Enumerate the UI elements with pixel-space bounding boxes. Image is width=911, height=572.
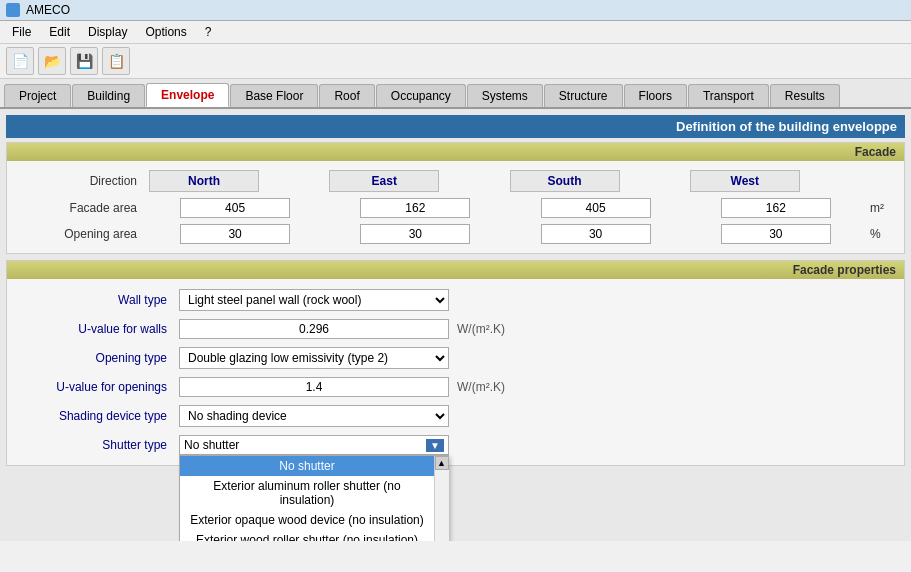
- direction-east: East: [329, 170, 439, 192]
- opening-area-north[interactable]: [180, 224, 290, 244]
- menu-options[interactable]: Options: [137, 23, 194, 41]
- tab-bar: Project Building Envelope Base Floor Roo…: [0, 79, 911, 109]
- opening-area-row: Opening area %: [15, 221, 896, 247]
- tab-project[interactable]: Project: [4, 84, 71, 107]
- toolbar: 📄 📂 💾 📋: [0, 44, 911, 79]
- menu-bar: File Edit Display Options ?: [0, 21, 911, 44]
- menu-file[interactable]: File: [4, 23, 39, 41]
- shutter-label: Shutter type: [15, 431, 175, 459]
- shutter-option-3[interactable]: Exterior wood roller shutter (no insulat…: [180, 530, 434, 541]
- tab-occupancy[interactable]: Occupancy: [376, 84, 466, 107]
- facade-section: Facade Direction North East South West F…: [6, 142, 905, 254]
- facade-props-section: Facade properties Wall type Light steel …: [6, 260, 905, 466]
- shutter-row: Shutter type No shutter ▼ No: [15, 431, 896, 459]
- facade-area-row: Facade area m²: [15, 195, 896, 221]
- shutter-display[interactable]: No shutter ▼: [179, 435, 449, 455]
- facade-area-west[interactable]: [721, 198, 831, 218]
- menu-display[interactable]: Display: [80, 23, 135, 41]
- facade-area-label: Facade area: [15, 195, 145, 221]
- u-walls-label: U-value for walls: [15, 315, 175, 343]
- u-walls-row: U-value for walls W/(m².K): [15, 315, 896, 343]
- facade-section-header: Facade: [855, 145, 896, 159]
- shading-row: Shading device type No shading device: [15, 401, 896, 431]
- direction-row: Direction North East South West: [15, 167, 896, 195]
- open-button[interactable]: 📂: [38, 47, 66, 75]
- facade-section-body: Direction North East South West Facade a…: [7, 161, 904, 253]
- opening-area-west[interactable]: [721, 224, 831, 244]
- facade-area-south[interactable]: [541, 198, 651, 218]
- main-content: Definition of the building enveloppe Fac…: [0, 109, 911, 541]
- page-header: Definition of the building enveloppe: [6, 115, 905, 138]
- shutter-option-2[interactable]: Exterior opaque wood device (no insulati…: [180, 510, 434, 530]
- direction-west: West: [690, 170, 800, 192]
- tab-transport[interactable]: Transport: [688, 84, 769, 107]
- opening-area-south[interactable]: [541, 224, 651, 244]
- wall-type-label: Wall type: [15, 285, 175, 315]
- save-button[interactable]: 💾: [70, 47, 98, 75]
- opening-area-unit: %: [866, 221, 896, 247]
- new-button[interactable]: 📄: [6, 47, 34, 75]
- facade-props-header: Facade properties: [793, 263, 896, 277]
- shading-select[interactable]: No shading device: [179, 405, 449, 427]
- facade-area-unit: m²: [866, 195, 896, 221]
- u-openings-label: U-value for openings: [15, 373, 175, 401]
- tab-basefloor[interactable]: Base Floor: [230, 84, 318, 107]
- tab-floors[interactable]: Floors: [624, 84, 687, 107]
- app-title: AMECO: [26, 3, 70, 17]
- menu-edit[interactable]: Edit: [41, 23, 78, 41]
- u-openings-input[interactable]: [179, 377, 449, 397]
- shutter-dropdown[interactable]: No shutter ▼ No shutter Exterior aluminu…: [179, 435, 449, 455]
- facade-table: Direction North East South West Facade a…: [15, 167, 896, 247]
- opening-area-label: Opening area: [15, 221, 145, 247]
- report-button[interactable]: 📋: [102, 47, 130, 75]
- direction-label: Direction: [15, 167, 145, 195]
- app-icon: [6, 3, 20, 17]
- shutter-option-1[interactable]: Exterior aluminum roller shutter (no ins…: [180, 476, 434, 510]
- u-walls-unit: W/(m².K): [453, 315, 896, 343]
- tab-systems[interactable]: Systems: [467, 84, 543, 107]
- opening-type-select[interactable]: Double glazing low emissivity (type 2): [179, 347, 449, 369]
- shading-label: Shading device type: [15, 401, 175, 431]
- direction-south: South: [510, 170, 620, 192]
- scroll-up-button[interactable]: ▲: [435, 456, 449, 470]
- u-openings-row: U-value for openings W/(m².K): [15, 373, 896, 401]
- scroll-track: [435, 470, 449, 541]
- props-table: Wall type Light steel panel wall (rock w…: [15, 285, 896, 459]
- wall-type-select[interactable]: Light steel panel wall (rock wool): [179, 289, 449, 311]
- opening-area-east[interactable]: [360, 224, 470, 244]
- facade-props-body: Wall type Light steel panel wall (rock w…: [7, 279, 904, 465]
- tab-envelope[interactable]: Envelope: [146, 83, 229, 107]
- wall-type-row: Wall type Light steel panel wall (rock w…: [15, 285, 896, 315]
- shutter-dropdown-list[interactable]: No shutter Exterior aluminum roller shut…: [179, 455, 449, 541]
- title-bar: AMECO: [0, 0, 911, 21]
- u-walls-input[interactable]: [179, 319, 449, 339]
- menu-help[interactable]: ?: [197, 23, 220, 41]
- tab-structure[interactable]: Structure: [544, 84, 623, 107]
- facade-area-east[interactable]: [360, 198, 470, 218]
- tab-roof[interactable]: Roof: [319, 84, 374, 107]
- tab-results[interactable]: Results: [770, 84, 840, 107]
- opening-type-label: Opening type: [15, 343, 175, 373]
- shutter-option-0[interactable]: No shutter: [180, 456, 434, 476]
- shutter-value: No shutter: [184, 438, 239, 452]
- opening-type-row: Opening type Double glazing low emissivi…: [15, 343, 896, 373]
- facade-area-north[interactable]: [180, 198, 290, 218]
- u-openings-unit: W/(m².K): [453, 373, 896, 401]
- dropdown-scrollbar[interactable]: ▲ ▼: [434, 456, 448, 541]
- tab-building[interactable]: Building: [72, 84, 145, 107]
- direction-north: North: [149, 170, 259, 192]
- dropdown-arrow-icon: ▼: [426, 439, 444, 452]
